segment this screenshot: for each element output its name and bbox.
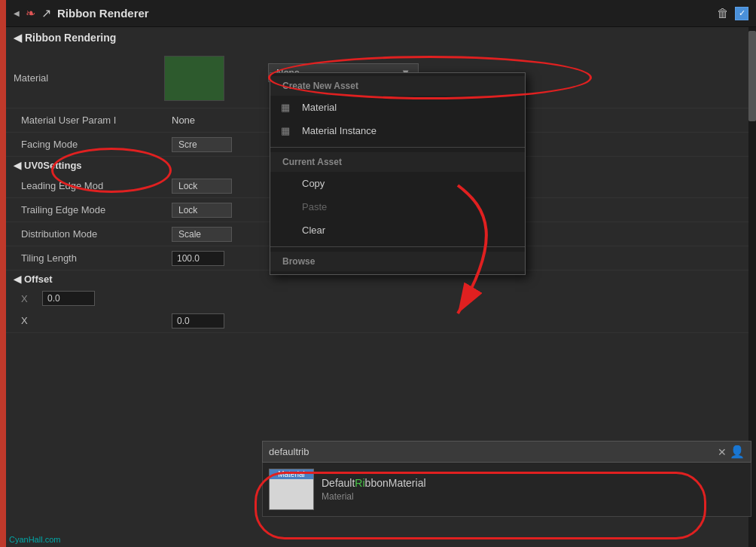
current-header: Current Asset — [270, 152, 525, 172]
create-new-asset-section: Create New Asset ▦ Material ▦ Material I… — [270, 73, 525, 145]
copy-item[interactable]: Copy — [270, 172, 525, 195]
material-instance-icon: ▦ — [281, 125, 290, 136]
distribution-mode-label: Distribution Mode — [21, 228, 172, 240]
search-input-row: ✕ 👤 — [262, 441, 751, 463]
browse-header: Browse — [270, 252, 525, 271]
watermark: CyanHall.com — [9, 535, 60, 544]
result-name-suffix: bbonMaterial — [365, 477, 426, 489]
content-area: ◀ Ribbon Rendering Material None ▼ — [6, 27, 756, 547]
result-type: Material — [322, 491, 745, 502]
section-collapse-icon[interactable]: ◀ — [14, 32, 22, 44]
bottom-x-value[interactable]: 0.0 — [172, 313, 224, 329]
result-name-highlight: Ri — [355, 477, 364, 489]
trailing-edge-label: Trailing Edge Mode — [21, 204, 172, 215]
section-title: Ribbon Rendering — [25, 32, 116, 44]
result-thumbnail-label: Material — [270, 469, 313, 479]
result-name-prefix: Default — [322, 477, 355, 489]
enable-checkbox[interactable]: ✓ — [735, 7, 748, 20]
trash-icon[interactable]: 🗑 — [717, 7, 729, 20]
current-asset-section: Current Asset Copy Paste Clear — [270, 149, 525, 245]
search-area: ✕ 👤 Material DefaultRibbonMaterial Ma — [262, 441, 751, 517]
material-label: Material — [14, 72, 164, 84]
bottom-x-row: X 0.0 — [6, 309, 748, 333]
properties-panel: ◀ Ribbon Rendering Material None ▼ — [6, 27, 748, 547]
panel-header: ◀ ❧ ↗ Ribbon Renderer 🗑 ✓ — [6, 0, 756, 27]
trailing-edge-value[interactable]: Lock — [172, 203, 232, 218]
menu-divider-2 — [270, 246, 525, 247]
create-header: Create New Asset — [270, 76, 525, 96]
ribbon-rendering-section: ◀ Ribbon Rendering — [6, 27, 748, 48]
header-actions: 🗑 ✓ — [717, 7, 748, 20]
search-input[interactable] — [269, 446, 715, 457]
material-param-label: Material User Param I — [21, 115, 172, 126]
bottom-x-label: X — [21, 315, 172, 326]
paste-item: Paste — [270, 195, 525, 218]
offset-x-row: X 0.0 — [6, 288, 748, 309]
ribbon-icon: ❧ — [26, 6, 35, 20]
result-info: DefaultRibbonMaterial Material — [322, 477, 745, 502]
browse-section: Browse — [270, 249, 525, 274]
tiling-length-value[interactable]: 100.0 — [172, 251, 224, 266]
distribution-mode-value[interactable]: Scale — [172, 227, 232, 242]
tiling-length-label: Tiling Length — [21, 252, 172, 264]
material-preview — [164, 56, 224, 101]
panel-title: Ribbon Renderer — [57, 7, 711, 20]
material-item-icon: ▦ — [281, 102, 290, 113]
search-clear-icon[interactable]: ✕ — [718, 446, 727, 458]
material-instance-item[interactable]: ▦ Material Instance — [270, 119, 525, 142]
context-menu: Create New Asset ▦ Material ▦ Material I… — [270, 72, 526, 275]
main-container: ◀ ❧ ↗ Ribbon Renderer 🗑 ✓ ◀ Ribbon Rende… — [0, 0, 756, 547]
offset-section-label: Offset — [24, 274, 53, 285]
leading-edge-label: Leading Edge Mod — [21, 180, 172, 191]
panel: ◀ ❧ ↗ Ribbon Renderer 🗑 ✓ ◀ Ribbon Rende… — [6, 0, 756, 547]
uv0-section-label: UV0Settings — [24, 160, 82, 171]
scrollbar-thumb — [748, 31, 756, 121]
curve-icon: ↗ — [41, 6, 51, 20]
uv0-collapse-icon[interactable]: ◀ — [14, 160, 21, 171]
offset-x-value[interactable]: 0.0 — [42, 291, 95, 306]
left-sidebar — [0, 0, 6, 547]
result-name: DefaultRibbonMaterial — [322, 477, 745, 489]
offset-collapse-icon[interactable]: ◀ — [14, 274, 21, 285]
menu-divider-1 — [270, 147, 525, 148]
result-thumbnail: Material — [269, 469, 314, 510]
facing-mode-value[interactable]: Scre — [172, 137, 232, 152]
clear-item[interactable]: Clear — [270, 218, 525, 242]
facing-mode-label: Facing Mode — [21, 139, 172, 150]
offset-x-label: X — [21, 293, 36, 304]
material-item[interactable]: ▦ Material — [270, 96, 525, 119]
result-item[interactable]: Material DefaultRibbonMaterial Material — [262, 463, 751, 517]
leading-edge-value[interactable]: Lock — [172, 179, 232, 194]
collapse-arrow-icon[interactable]: ◀ — [14, 9, 20, 17]
search-user-icon: 👤 — [730, 445, 745, 459]
